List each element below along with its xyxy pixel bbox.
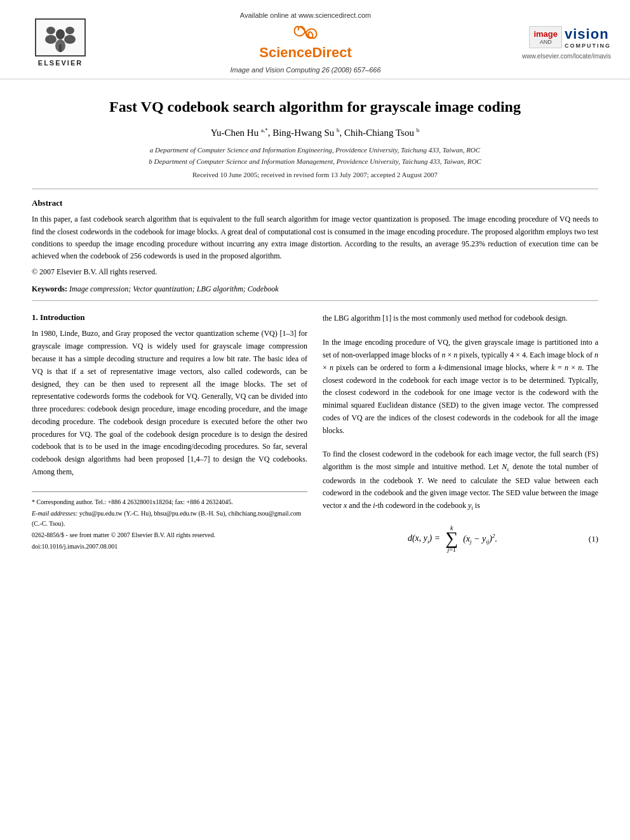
col-right-para3: To find the closest codeword in the code… bbox=[323, 448, 598, 513]
ivc-computing-text: COMPUTING bbox=[565, 43, 611, 49]
svg-point-4 bbox=[46, 27, 55, 34]
divider-1 bbox=[32, 189, 598, 189]
available-online-text: Available online at www.sciencedirect.co… bbox=[240, 11, 371, 19]
copyright-text: © 2007 Elsevier B.V. All rights reserved… bbox=[32, 266, 598, 278]
abstract-title: Abstract bbox=[32, 198, 598, 208]
svg-point-5 bbox=[65, 27, 74, 34]
elsevier-url: www.elsevier.com/locate/imavis bbox=[522, 53, 611, 60]
affiliation-a: a Department of Computer Science and Inf… bbox=[32, 145, 598, 156]
formula-sigma: k ∑ j=1 bbox=[441, 524, 462, 552]
formula-area: d(x, yi) = k ∑ j=1 (xj − yij)2. (1) bbox=[323, 523, 598, 554]
authors: Yu-Chen Hu a,*, Bing-Hwang Su b, Chih-Ch… bbox=[32, 127, 598, 138]
section1-title: 1. Introduction bbox=[32, 312, 307, 323]
keywords-text: Image compression; Vector quantization; … bbox=[69, 284, 279, 293]
keywords-label: Keywords: bbox=[32, 284, 67, 293]
main-content: Fast VQ codebook search algorithm for gr… bbox=[0, 97, 630, 559]
formula-lhs: d(x, yi) = bbox=[408, 524, 440, 552]
header: ELSEVIER Available online at www.science… bbox=[0, 0, 630, 79]
col-left-text: In 1980, Linde, Buzo, and Gray proposed … bbox=[32, 328, 307, 479]
sd-swirl-icon bbox=[290, 23, 321, 44]
authors-text: Yu-Chen Hu a,*, Bing-Hwang Su b, Chih-Ch… bbox=[211, 128, 419, 138]
abstract-text: In this paper, a fast codebook search al… bbox=[32, 213, 598, 262]
formula-sum-symbol: ∑ bbox=[445, 531, 458, 545]
formula-rhs: (xj − yij)2. bbox=[463, 524, 497, 552]
received-info: Received 10 June 2005; received in revis… bbox=[32, 171, 598, 178]
affiliation-b: b Department of Computer Science and Inf… bbox=[32, 156, 598, 168]
col-right-para2: In the image encoding procedure of VQ, t… bbox=[323, 337, 598, 437]
sd-text: ScienceDirect bbox=[259, 44, 352, 61]
divider-2 bbox=[32, 300, 598, 301]
svg-point-1 bbox=[45, 35, 57, 44]
ivc-logo: image AND vision COMPUTING bbox=[529, 26, 611, 49]
footnote-issn: 0262-8856/$ - see front matter © 2007 El… bbox=[32, 530, 307, 540]
footnote-doi: doi:10.1016/j.imavis.2007.08.001 bbox=[32, 542, 307, 552]
elsevier-text: ELSEVIER bbox=[38, 59, 83, 67]
footnote-corresponding: * Corresponding author. Tel.: +886 4 263… bbox=[32, 497, 307, 507]
footnote-email-text: E-mail addresses: bbox=[32, 510, 77, 517]
ivc-image-box: image AND bbox=[529, 26, 562, 48]
header-center: Available online at www.sciencedirect.co… bbox=[102, 11, 509, 74]
svg-point-3 bbox=[56, 29, 65, 39]
svg-point-2 bbox=[64, 35, 76, 44]
col-right: the LBG algorithm [1] is the most common… bbox=[323, 312, 598, 559]
ivc-vision-text: vision bbox=[565, 26, 611, 43]
formula-expression: d(x, yi) = k ∑ j=1 (xj − yij)2. bbox=[323, 523, 582, 554]
formula-number: (1) bbox=[582, 534, 598, 544]
header-right: image AND vision COMPUTING www.elsevier.… bbox=[509, 26, 611, 60]
ivc-image-text: image bbox=[533, 29, 558, 39]
ivc-and-text: AND bbox=[540, 39, 552, 45]
page: ELSEVIER Available online at www.science… bbox=[0, 0, 630, 840]
col-left: 1. Introduction In 1980, Linde, Buzo, an… bbox=[32, 312, 307, 559]
col-right-text: the LBG algorithm [1] is the most common… bbox=[323, 312, 598, 325]
journal-title: Image and Vision Computing 26 (2008) 657… bbox=[230, 66, 380, 74]
elsevier-logo: ELSEVIER bbox=[35, 18, 86, 67]
elsevier-logo-area: ELSEVIER bbox=[19, 18, 102, 67]
footnote-email: E-mail addresses: ychu@pu.edu.tw (Y.-C. … bbox=[32, 509, 307, 529]
affiliations: a Department of Computer Science and Inf… bbox=[32, 145, 598, 167]
footnotes: * Corresponding author. Tel.: +886 4 263… bbox=[32, 491, 307, 552]
svg-point-7 bbox=[304, 31, 307, 34]
keywords: Keywords: Image compression; Vector quan… bbox=[32, 284, 598, 294]
elsevier-box bbox=[35, 18, 86, 57]
svg-rect-6 bbox=[59, 44, 62, 52]
two-column-section: 1. Introduction In 1980, Linde, Buzo, an… bbox=[32, 312, 598, 559]
paper-title: Fast VQ codebook search algorithm for gr… bbox=[32, 97, 598, 117]
abstract-section: Abstract In this paper, a fast codebook … bbox=[32, 198, 598, 294]
sciencedirect-logo: ScienceDirect bbox=[259, 23, 352, 61]
